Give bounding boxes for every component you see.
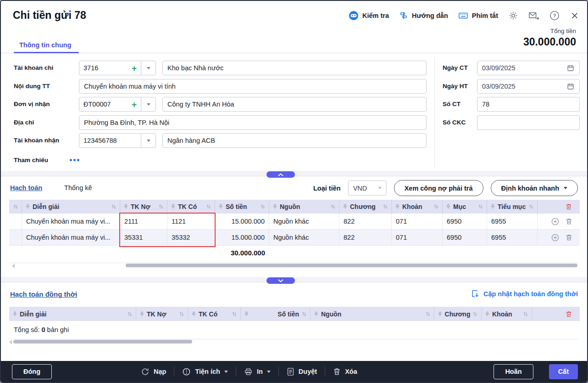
- cell-chuong[interactable]: 822: [339, 230, 392, 245]
- add-row-icon[interactable]: [551, 218, 559, 225]
- update-simultaneous-accounting-link[interactable]: Cập nhật hạch toán đồng thời: [471, 289, 578, 298]
- paying-account-input[interactable]: 3716 +: [79, 61, 141, 75]
- cell-khoan[interactable]: 071: [392, 230, 443, 245]
- receiving-unit-name-value: Công ty TNHH An Hòa: [167, 101, 234, 108]
- cell-khoan[interactable]: 071: [392, 214, 443, 229]
- cell-tk-no[interactable]: 2111: [120, 214, 167, 229]
- bank-name-input[interactable]: Ngân hàng ACB: [162, 133, 427, 148]
- payment-content-input[interactable]: Chuyển khoản mua máy vi tính: [79, 79, 427, 94]
- reload-button[interactable]: Nạp: [141, 367, 166, 376]
- table-row[interactable]: Chuyển khoản mua máy vi... 35331 35332 1…: [9, 230, 580, 246]
- download-icon: [471, 289, 479, 298]
- sort-icon: [158, 204, 164, 209]
- header-tk-no[interactable]: TK Nợ: [136, 307, 188, 321]
- cell-dien-giai[interactable]: Chuyển khoản mua máy vi...: [22, 214, 120, 229]
- doc-number-input[interactable]: 78: [477, 97, 580, 112]
- guide-button[interactable]: Hướng dẫn: [399, 11, 448, 20]
- close-icon[interactable]: [570, 11, 580, 21]
- delete-row-icon[interactable]: [566, 218, 572, 225]
- view-payables-button[interactable]: Xem công nợ phải trả: [394, 180, 483, 196]
- header-so-tien[interactable]: Số tiền: [241, 307, 311, 321]
- header-tk-co[interactable]: TK Có: [188, 307, 241, 321]
- doc-date-input[interactable]: 03/09/2025: [477, 61, 580, 75]
- tab-hach-toan[interactable]: Hạch toán: [10, 184, 42, 192]
- cell-so-tien[interactable]: 15.000.000: [215, 230, 269, 245]
- cell-so-tien[interactable]: 15.000.000: [215, 214, 269, 229]
- shortcut-label: Phím tắt: [472, 12, 498, 19]
- add-unit-icon[interactable]: +: [132, 100, 137, 109]
- tab-thong-ke[interactable]: Thống kê: [64, 184, 92, 192]
- cell-tieu-muc[interactable]: 6955: [487, 214, 538, 229]
- calendar-icon[interactable]: [566, 82, 575, 90]
- cell-dien-giai[interactable]: Chuyển khoản mua máy vi...: [22, 230, 120, 245]
- address-input[interactable]: Phường Ba Đình, TP. Hà Nội: [79, 115, 427, 130]
- ckc-number-label: Số CKC: [443, 115, 466, 130]
- cell-chuong[interactable]: 822: [339, 214, 392, 229]
- header-dien-giai[interactable]: Diễn giải: [9, 307, 136, 321]
- header-sort-column[interactable]: [9, 200, 22, 214]
- add-row-icon[interactable]: [551, 234, 559, 242]
- collapse-down-button[interactable]: [266, 277, 295, 284]
- send-feedback-icon[interactable]: [528, 11, 539, 21]
- shortcut-button[interactable]: Phím tắt: [458, 11, 498, 20]
- horizontal-scrollbar-thumb[interactable]: [13, 340, 192, 344]
- delete-row-icon[interactable]: [566, 234, 572, 241]
- print-button[interactable]: In: [244, 367, 271, 376]
- header-dien-giai[interactable]: Diễn giải: [22, 200, 120, 214]
- header-chuong[interactable]: Chương: [434, 307, 482, 321]
- close-button[interactable]: Đóng: [12, 364, 52, 379]
- cell-tk-co[interactable]: 35332: [167, 230, 215, 245]
- header-tk-co[interactable]: TK Có: [167, 200, 215, 214]
- header-nguon[interactable]: Nguồn: [269, 200, 339, 214]
- calendar-icon[interactable]: [566, 64, 575, 72]
- quick-entry-button[interactable]: Định khoản nhanh: [491, 180, 578, 196]
- horizontal-scrollbar-thumb[interactable]: [126, 264, 577, 267]
- receiving-unit-name-input[interactable]: Công ty TNHH An Hòa: [162, 97, 427, 112]
- sort-icon: [478, 204, 483, 209]
- help-icon[interactable]: ?: [549, 11, 560, 21]
- collapse-up-button[interactable]: [266, 171, 295, 178]
- delete-button[interactable]: Xóa: [333, 367, 357, 376]
- header-delete-all[interactable]: [532, 307, 580, 321]
- currency-select[interactable]: VND: [348, 180, 387, 196]
- postpone-button[interactable]: Hoãn: [494, 364, 533, 379]
- utilities-button[interactable]: Tiện ích: [182, 367, 228, 376]
- reference-ellipsis-button[interactable]: [70, 159, 79, 161]
- header-so-tien[interactable]: Số tiền: [215, 200, 269, 214]
- paying-account-name-input[interactable]: Kho bạc Nhà nước: [162, 61, 427, 75]
- header-tk-no[interactable]: TK Nợ: [120, 200, 167, 214]
- header-khoan[interactable]: Khoản: [482, 307, 532, 321]
- approve-button[interactable]: Duyệt: [287, 367, 317, 376]
- receiving-unit-value: ĐT00007: [83, 101, 111, 108]
- doc-date-label: Ngày CT: [443, 61, 468, 75]
- cell-nguon[interactable]: Nguồn khác: [269, 214, 339, 229]
- header-khoan[interactable]: Khoản: [392, 200, 443, 214]
- receiving-account-dropdown[interactable]: [141, 133, 156, 148]
- table-row[interactable]: Chuyển khoản mua máy vi... 2111 1121 15.…: [9, 214, 580, 230]
- posting-date-input[interactable]: 03/09/2025: [477, 79, 580, 94]
- receiving-account-input[interactable]: 123456788: [79, 133, 141, 148]
- ckc-number-input[interactable]: [477, 115, 580, 130]
- cell-tk-no[interactable]: 35331: [120, 230, 167, 245]
- tab-general-info[interactable]: Thông tin chung: [19, 41, 72, 49]
- check-button[interactable]: Kiểm tra: [349, 11, 389, 21]
- receiving-unit-dropdown[interactable]: [141, 97, 156, 112]
- save-button[interactable]: Cất: [549, 364, 578, 379]
- header-delete-all[interactable]: [538, 200, 580, 214]
- cell-muc[interactable]: 6950: [443, 214, 487, 229]
- add-account-icon[interactable]: +: [132, 64, 137, 73]
- scroll-left-arrow[interactable]: [9, 340, 12, 344]
- cell-nguon[interactable]: Nguồn khác: [269, 230, 339, 245]
- cell-tk-co[interactable]: 1121: [167, 214, 215, 229]
- simultaneous-accounting-link[interactable]: Hạch toán đồng thời: [10, 290, 77, 298]
- scroll-left-arrow[interactable]: [12, 264, 15, 268]
- header-muc[interactable]: Mục: [443, 200, 487, 214]
- header-chuong[interactable]: Chương: [339, 200, 392, 214]
- paying-account-dropdown[interactable]: [141, 61, 156, 75]
- header-tieu-muc[interactable]: Tiểu mục: [487, 200, 538, 214]
- cell-tieu-muc[interactable]: 6955: [487, 230, 538, 245]
- header-nguon[interactable]: Nguồn: [311, 307, 434, 321]
- cell-muc[interactable]: 6950: [443, 230, 487, 245]
- receiving-unit-input[interactable]: ĐT00007 +: [79, 97, 141, 112]
- settings-gear-icon[interactable]: [508, 11, 518, 21]
